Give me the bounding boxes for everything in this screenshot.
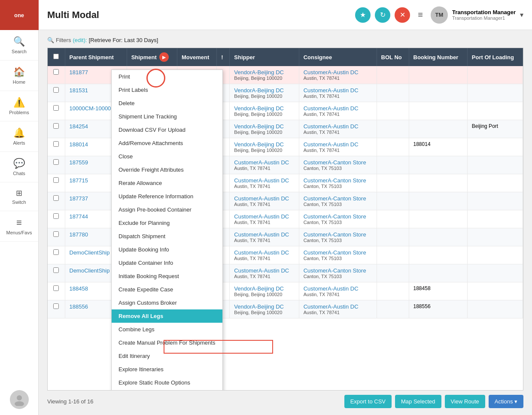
consignee-link[interactable]: CustomerA-Austin DC <box>304 303 372 310</box>
context-menu-item-exclude_planning[interactable]: Exclude for Planning <box>112 216 222 230</box>
export-csv-button[interactable]: Export to CSV <box>344 395 392 408</box>
refresh-button[interactable]: ↻ <box>375 7 390 23</box>
row-checkbox[interactable] <box>53 213 59 219</box>
context-menu-item-assign_prebooked[interactable]: Assign Pre-booked Container <box>112 203 222 216</box>
context-menu-item-add_remove_attachments[interactable]: Add/Remove Attachments <box>112 136 222 150</box>
parent-shipment-link[interactable]: DemoClientShip 01 <box>70 249 118 256</box>
row-checkbox[interactable] <box>53 285 59 291</box>
context-menu-item-update_reference[interactable]: Update Reference Information <box>112 190 222 203</box>
shipper-link[interactable]: CustomerA-Austin DC <box>234 195 294 202</box>
parent-shipment-link[interactable]: 187737 <box>70 195 88 202</box>
filters-edit-link[interactable]: (edit): <box>73 37 87 43</box>
row-checkbox-cell[interactable] <box>48 102 65 120</box>
parent-shipment-link[interactable]: 10000CM-10000 <box>70 105 111 112</box>
sidebar-item-home[interactable]: 🏠 Home <box>0 61 38 91</box>
context-menu-item-shipment_line_tracking[interactable]: Shipment Line Tracking <box>112 110 222 123</box>
row-checkbox-cell[interactable] <box>48 138 65 156</box>
context-menu-item-download_csv[interactable]: Download CSV For Upload <box>112 123 222 136</box>
context-menu-item-update_container[interactable]: Update Container Info <box>112 256 222 270</box>
row-checkbox[interactable] <box>53 267 59 273</box>
menu-button[interactable]: ≡ <box>414 10 426 20</box>
context-menu-item-assign_customs[interactable]: Assign Customs Broker <box>112 296 222 309</box>
context-menu-item-rerate_allowance[interactable]: Rerate Allowance <box>112 176 222 190</box>
parent-shipment-link[interactable]: 187744 <box>70 213 88 220</box>
consignee-link[interactable]: CustomerA-Austin DC <box>304 69 372 76</box>
consignee-link[interactable]: CustomerA-Canton Store <box>304 159 372 166</box>
context-menu-item-override_freight[interactable]: Override Freight Attributes <box>112 163 222 176</box>
shipper-link[interactable]: CustomerA-Austin DC <box>234 177 294 184</box>
parent-shipment-link[interactable]: 181877 <box>70 69 88 76</box>
row-checkbox[interactable] <box>53 195 59 201</box>
context-menu-item-print_labels[interactable]: Print Labels <box>112 83 222 97</box>
sidebar-item-search[interactable]: 🔍 Search <box>0 30 38 61</box>
row-checkbox-cell[interactable] <box>48 156 65 174</box>
consignee-link[interactable]: CustomerA-Austin DC <box>304 123 372 130</box>
shipper-link[interactable]: CustomerA-Austin DC <box>234 159 294 166</box>
row-checkbox[interactable] <box>53 141 59 147</box>
close-button[interactable]: ✕ <box>395 7 410 23</box>
shipper-link[interactable]: CustomerA-Austin DC <box>234 231 294 238</box>
user-dropdown-arrow[interactable]: ▾ <box>520 11 523 19</box>
actions-button[interactable]: Actions ▾ <box>489 395 523 408</box>
parent-shipment-link[interactable]: 188014 <box>70 141 88 148</box>
shipper-link[interactable]: VendorA-Beijing DC <box>234 285 294 292</box>
sidebar-item-menus[interactable]: ≡ Menus/Favs <box>0 211 38 242</box>
row-checkbox[interactable] <box>53 303 59 309</box>
parent-shipment-link[interactable]: 187780 <box>70 231 88 238</box>
map-selected-button[interactable]: Map Selected <box>395 395 441 408</box>
star-button[interactable]: ★ <box>355 7 371 23</box>
row-checkbox-cell[interactable] <box>48 300 65 318</box>
shipper-link[interactable]: VendorA-Beijing DC <box>234 87 294 94</box>
context-menu-item-create_expedite[interactable]: Create Expedite Case <box>112 283 222 296</box>
parent-shipment-link[interactable]: 188556 <box>70 303 88 310</box>
shipper-link[interactable]: CustomerA-Austin DC <box>234 213 294 220</box>
shipper-link[interactable]: VendorA-Beijing DC <box>234 303 294 310</box>
consignee-link[interactable]: CustomerA-Austin DC <box>304 141 372 148</box>
context-menu-item-edit_itinerary[interactable]: Edit Itinerary <box>112 349 222 363</box>
row-checkbox[interactable] <box>53 177 59 183</box>
consignee-link[interactable]: CustomerA-Canton Store <box>304 213 372 220</box>
row-checkbox[interactable] <box>53 231 59 237</box>
parent-shipment-link[interactable]: 181531 <box>70 87 88 94</box>
row-checkbox-cell[interactable] <box>48 120 65 138</box>
view-route-button[interactable]: View Route <box>445 395 485 408</box>
row-checkbox-cell[interactable] <box>48 210 65 228</box>
consignee-link[interactable]: CustomerA-Canton Store <box>304 231 372 238</box>
sidebar-item-problems[interactable]: ⚠️ Problems <box>0 91 38 121</box>
row-checkbox-cell[interactable] <box>48 174 65 192</box>
context-menu-item-initiate_booking[interactable]: Initiate Booking Request <box>112 270 222 283</box>
shipper-link[interactable]: VendorA-Beijing DC <box>234 105 294 112</box>
row-checkbox-cell[interactable] <box>48 84 65 102</box>
row-checkbox[interactable] <box>53 105 59 111</box>
row-checkbox[interactable] <box>53 159 59 165</box>
row-checkbox-cell[interactable] <box>48 228 65 246</box>
consignee-link[interactable]: CustomerA-Canton Store <box>304 177 372 184</box>
row-checkbox-cell[interactable] <box>48 192 65 210</box>
context-menu-item-create_manual_problem[interactable]: Create Manual Problem For Shipments <box>112 336 222 349</box>
horizontal-scrollbar[interactable] <box>48 390 523 391</box>
parent-shipment-link[interactable]: 184254 <box>70 123 88 130</box>
consignee-link[interactable]: CustomerA-Canton Store <box>304 249 372 256</box>
select-all-checkbox[interactable] <box>53 54 59 59</box>
context-menu-item-print[interactable]: Print <box>112 70 222 83</box>
context-menu-item-update_booking[interactable]: Update Booking Info <box>112 243 222 256</box>
row-checkbox-cell[interactable] <box>48 66 65 84</box>
sidebar-item-alerts[interactable]: 🔔 Alerts <box>0 121 38 152</box>
shipper-link[interactable]: VendorA-Beijing DC <box>234 141 294 148</box>
shipper-link[interactable]: CustomerA-Austin DC <box>234 267 294 274</box>
consignee-link[interactable]: CustomerA-Austin DC <box>304 285 372 292</box>
sidebar-item-chats[interactable]: 💬 Chats <box>0 152 38 182</box>
parent-shipment-link[interactable]: DemoClientShip 02 <box>70 267 118 274</box>
consignee-link[interactable]: CustomerA-Austin DC <box>304 87 372 94</box>
user-avatar-sidebar[interactable] <box>10 390 29 409</box>
parent-shipment-link[interactable]: 187715 <box>70 177 88 184</box>
consignee-link[interactable]: CustomerA-Canton Store <box>304 195 372 202</box>
context-menu-trigger[interactable]: ▶ <box>159 52 169 62</box>
context-menu-item-dispatch_shipment[interactable]: Dispatch Shipment <box>112 230 222 243</box>
parent-shipment-link[interactable]: 188458 <box>70 285 88 292</box>
row-checkbox[interactable] <box>53 69 59 75</box>
parent-shipment-link[interactable]: 187559 <box>70 159 88 166</box>
shipper-link[interactable]: VendorA-Beijing DC <box>234 123 294 130</box>
sidebar-item-switch[interactable]: ⊞ Switch <box>0 182 38 211</box>
row-checkbox[interactable] <box>53 249 59 255</box>
